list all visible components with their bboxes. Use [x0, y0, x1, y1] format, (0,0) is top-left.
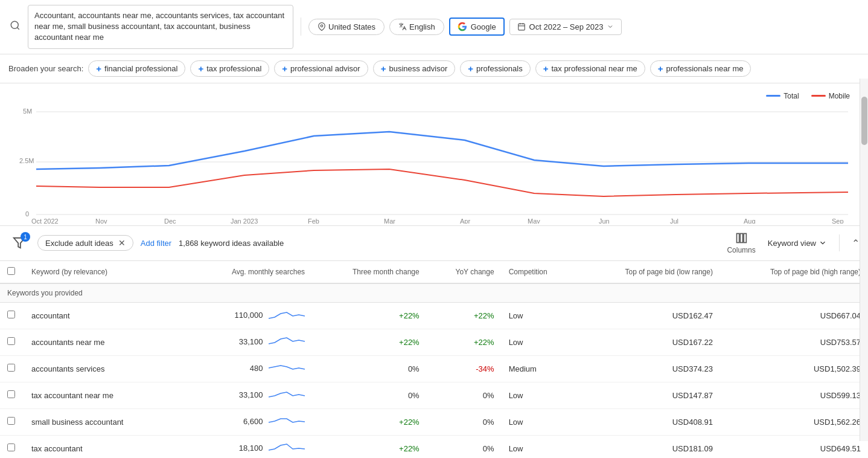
- search-input-display[interactable]: Accountant, accountants near me, account…: [28, 5, 293, 49]
- plus-icon-4: +: [468, 63, 473, 74]
- search-icon: [7, 18, 23, 36]
- avg-monthly-cell: 6,600: [189, 408, 312, 435]
- yoy-cell: +22%: [427, 302, 502, 329]
- competition-cell: Low: [502, 382, 576, 408]
- legend-total-line: [766, 95, 780, 97]
- broaden-pill-2[interactable]: + professional advisor: [274, 60, 368, 77]
- keyword-view-button[interactable]: Keyword view: [768, 239, 827, 248]
- row-checkbox[interactable]: [7, 311, 15, 318]
- table-row: accountants services 480 0% -34% Medium …: [0, 355, 868, 382]
- yoy-cell: 0%: [427, 382, 502, 408]
- keyword-cell: accountants services: [24, 355, 189, 382]
- legend-mobile: Mobile: [811, 92, 850, 100]
- bid-high-cell: USD753.57: [720, 329, 868, 355]
- row-checkbox-cell[interactable]: [0, 302, 24, 329]
- columns-button[interactable]: Columns: [727, 232, 755, 254]
- add-filter-button[interactable]: Add filter: [141, 239, 171, 248]
- yoy-cell: +22%: [427, 329, 502, 355]
- svg-text:Apr: Apr: [460, 218, 470, 224]
- section-header-row: Keywords you provided: [0, 283, 868, 303]
- search-engine-filter[interactable]: Google: [449, 18, 505, 36]
- svg-point-2: [321, 25, 323, 27]
- svg-text:Feb: Feb: [308, 218, 319, 224]
- row-checkbox[interactable]: [7, 364, 15, 372]
- row-checkbox-cell[interactable]: [0, 408, 24, 435]
- broaden-pill-0[interactable]: + financial professional: [88, 60, 185, 77]
- svg-point-0: [11, 22, 18, 29]
- row-checkbox[interactable]: [7, 390, 15, 398]
- avg-monthly-cell: 33,100: [189, 329, 312, 355]
- three-month-cell: +22%: [312, 408, 427, 435]
- table-header-row: Keyword (by relevance) Avg. monthly sear…: [0, 261, 868, 283]
- keyword-header[interactable]: Keyword (by relevance): [24, 261, 189, 283]
- broaden-pill-6[interactable]: + professionals near me: [650, 60, 752, 77]
- exclude-adult-pill: Exclude adult ideas ✕: [37, 235, 133, 251]
- svg-text:Oct 2022: Oct 2022: [31, 218, 59, 224]
- avg-monthly-header[interactable]: Avg. monthly searches: [189, 261, 312, 283]
- bid-low-cell: USD162.47: [576, 302, 720, 329]
- svg-text:Sep: Sep: [832, 218, 844, 224]
- avg-monthly-cell: 480: [189, 355, 312, 382]
- competition-cell: Low: [502, 408, 576, 435]
- competition-cell: Low: [502, 302, 576, 329]
- svg-text:Jun: Jun: [599, 218, 610, 224]
- mini-chart: [269, 440, 305, 457]
- avg-monthly-cell: 33,100: [189, 382, 312, 408]
- keyword-table-container: Keyword (by relevance) Avg. monthly sear…: [0, 261, 868, 458]
- broaden-pill-5[interactable]: + tax professional near me: [535, 60, 645, 77]
- plus-icon-0: +: [96, 63, 101, 74]
- three-month-cell: 0%: [312, 382, 427, 408]
- broaden-label: Broaden your search:: [8, 64, 83, 73]
- chart-legend: Total Mobile: [6, 89, 862, 103]
- svg-text:Jan 2023: Jan 2023: [231, 218, 258, 224]
- three-month-cell: +22%: [312, 329, 427, 355]
- row-checkbox[interactable]: [7, 443, 15, 451]
- svg-text:Mar: Mar: [384, 218, 395, 224]
- competition-header[interactable]: Competition: [502, 261, 576, 283]
- collapse-button[interactable]: ⌃: [852, 237, 860, 249]
- svg-rect-27: [740, 233, 742, 242]
- right-scrollbar[interactable]: [860, 79, 868, 441]
- filter-badge: 1: [21, 232, 30, 242]
- bid-high-header[interactable]: Top of page bid (high range): [720, 261, 868, 283]
- scrollbar-thumb[interactable]: [861, 97, 867, 145]
- table-row: accountant 110,000 +22% +22% Low USD162.…: [0, 302, 868, 329]
- select-all-checkbox[interactable]: [7, 267, 15, 275]
- svg-rect-28: [744, 233, 746, 242]
- language-filter[interactable]: English: [389, 19, 444, 35]
- row-checkbox[interactable]: [7, 337, 15, 345]
- svg-rect-26: [737, 233, 739, 242]
- table-row: small business accountant 6,600 +22% 0% …: [0, 408, 868, 435]
- row-checkbox-cell[interactable]: [0, 382, 24, 408]
- bid-low-header[interactable]: Top of page bid (low range): [576, 261, 720, 283]
- bid-high-cell: USD1,502.39: [720, 355, 868, 382]
- broaden-pill-4[interactable]: + professionals: [460, 60, 530, 77]
- svg-line-1: [17, 28, 19, 30]
- three-month-header[interactable]: Three month change: [312, 261, 427, 283]
- competition-cell: Low: [502, 435, 576, 458]
- divider: [839, 234, 840, 251]
- broaden-pill-3[interactable]: + business advisor: [373, 60, 456, 77]
- row-checkbox[interactable]: [7, 417, 15, 425]
- keyword-table: Keyword (by relevance) Avg. monthly sear…: [0, 261, 868, 458]
- table-row: accountants near me 33,100 +22% +22% Low…: [0, 329, 868, 355]
- exclude-x-button[interactable]: ✕: [118, 238, 126, 248]
- row-checkbox-cell[interactable]: [0, 329, 24, 355]
- date-range-filter[interactable]: Oct 2022 – Sep 2023: [509, 19, 622, 35]
- bid-high-cell: USD1,562.26: [720, 408, 868, 435]
- row-checkbox-cell[interactable]: [0, 435, 24, 458]
- plus-icon-1: +: [198, 63, 203, 74]
- svg-text:May: May: [528, 218, 540, 224]
- row-checkbox-cell[interactable]: [0, 355, 24, 382]
- competition-cell: Low: [502, 329, 576, 355]
- broaden-search-bar: Broaden your search: + financial profess…: [0, 54, 868, 83]
- location-filter[interactable]: United States: [308, 19, 385, 35]
- keywords-available-count: 1,868 keyword ideas available: [179, 239, 284, 248]
- broaden-pill-1[interactable]: + tax professional: [190, 60, 269, 77]
- select-all-header[interactable]: [0, 261, 24, 283]
- filter-funnel-button[interactable]: 1: [8, 232, 30, 254]
- yoy-header[interactable]: YoY change: [427, 261, 502, 283]
- mini-chart: [269, 387, 305, 404]
- keyword-cell: accountant: [24, 302, 189, 329]
- mini-chart: [269, 308, 305, 324]
